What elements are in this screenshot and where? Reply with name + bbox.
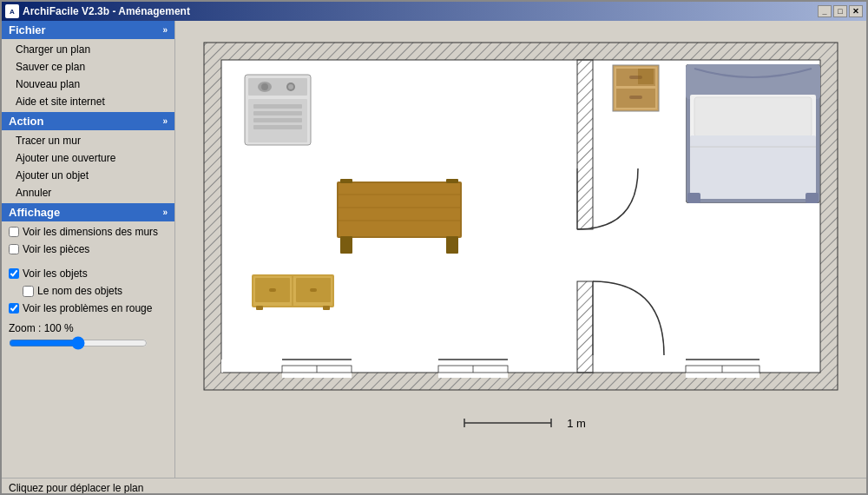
scale-line: 1 m	[456, 414, 586, 432]
svg-rect-51	[323, 306, 330, 310]
affichage-header[interactable]: Affichage »	[2, 203, 174, 221]
checkbox-nom-objets-label: Le nom des objets	[37, 285, 122, 297]
maximize-button[interactable]: □	[833, 5, 847, 17]
sidebar: Fichier » Charger un plan Sauver ce plan…	[2, 21, 175, 478]
title-bar: A ArchiFacile V2.3b - Aménagement _ □ ✕	[2, 2, 866, 21]
checkbox-problemes-label: Voir les problèmes en rouge	[23, 302, 152, 314]
window-controls[interactable]: _ □ ✕	[818, 5, 863, 17]
app-icon: A	[5, 4, 19, 18]
svg-rect-60	[686, 64, 820, 99]
scale-svg	[456, 414, 560, 432]
svg-rect-24	[248, 78, 307, 96]
dining-table-object[interactable]	[330, 177, 469, 258]
svg-rect-66	[806, 193, 819, 203]
checkbox-objets[interactable]: Voir les objets	[2, 265, 174, 282]
svg-rect-4	[577, 281, 593, 373]
svg-rect-39	[340, 236, 352, 254]
checkbox-dimensions-label: Voir les dimensions des murs	[23, 226, 158, 238]
checkbox-objets-label: Voir les objets	[23, 267, 88, 280]
fichier-items: Charger un plan Sauver ce plan Nouveau p…	[2, 39, 174, 112]
menu-nouveau-plan[interactable]: Nouveau plan	[2, 76, 174, 93]
svg-rect-49	[310, 288, 317, 292]
checkbox-objets-input[interactable]	[9, 268, 19, 279]
checkbox-problemes-input[interactable]	[9, 303, 19, 314]
dishwasher-object[interactable]	[243, 73, 312, 149]
menu-annuler[interactable]: Annuler	[2, 184, 174, 201]
svg-rect-48	[269, 288, 276, 292]
svg-rect-57	[629, 96, 642, 99]
svg-point-33	[261, 83, 268, 90]
fichier-chevron: »	[162, 25, 168, 35]
checkbox-dimensions[interactable]: Voir les dimensions des murs	[2, 223, 174, 241]
zoom-slider[interactable]	[9, 336, 148, 350]
svg-rect-28	[253, 104, 302, 109]
zoom-section: Zoom : 100 %	[2, 319, 174, 356]
affichage-label: Affichage	[9, 206, 60, 219]
affichage-items: Voir les dimensions des murs Voir les pi…	[2, 221, 174, 319]
action-label: Action	[9, 115, 43, 128]
svg-rect-3	[577, 60, 593, 229]
zoom-label: Zoom : 100 %	[9, 322, 168, 334]
menu-aide[interactable]: Aide et site internet	[2, 93, 174, 110]
status-text: Cliquez pour déplacer le plan	[9, 482, 143, 494]
checkbox-pieces-label: Voir les pièces	[23, 243, 89, 255]
menu-ajouter-objet[interactable]: Ajouter un objet	[2, 167, 174, 184]
checkbox-problemes[interactable]: Voir les problèmes en rouge	[2, 300, 174, 317]
svg-rect-30	[253, 118, 302, 122]
action-chevron: »	[162, 116, 168, 126]
close-button[interactable]: ✕	[849, 5, 863, 17]
checkbox-nom-objets[interactable]: Le nom des objets	[2, 282, 174, 300]
app-title: ArchiFacile V2.3b - Aménagement	[23, 5, 190, 17]
svg-rect-40	[446, 236, 458, 254]
menu-charger-plan[interactable]: Charger un plan	[2, 41, 174, 58]
svg-rect-21	[686, 366, 760, 373]
tv-stand-object[interactable]	[252, 273, 334, 314]
nightstand-object[interactable]	[612, 64, 660, 115]
svg-rect-50	[256, 306, 263, 310]
svg-rect-35	[339, 183, 460, 236]
fichier-header[interactable]: Fichier »	[2, 21, 174, 39]
status-bar: Cliquez pour déplacer le plan	[2, 478, 866, 495]
affichage-chevron: »	[162, 208, 168, 217]
svg-rect-62	[694, 97, 812, 136]
checkbox-pieces-input[interactable]	[9, 244, 19, 254]
svg-rect-42	[446, 179, 458, 183]
svg-rect-31	[253, 125, 302, 129]
fichier-label: Fichier	[9, 23, 46, 36]
menu-ajouter-ouverture[interactable]: Ajouter une ouverture	[2, 149, 174, 167]
svg-rect-41	[340, 179, 352, 183]
menu-tracer-mur[interactable]: Tracer un mur	[2, 132, 174, 149]
checkbox-dimensions-input[interactable]	[9, 227, 19, 237]
canvas-area[interactable]: 1 m	[175, 21, 866, 478]
menu-sauver-plan[interactable]: Sauver ce plan	[2, 58, 174, 76]
scale-bar: 1 m	[456, 414, 586, 432]
action-header[interactable]: Action »	[2, 112, 174, 130]
main-layout: Fichier » Charger un plan Sauver ce plan…	[2, 21, 866, 478]
svg-rect-65	[687, 193, 700, 203]
scale-label: 1 m	[567, 417, 586, 430]
svg-rect-7	[221, 360, 223, 373]
action-items: Tracer un mur Ajouter une ouverture Ajou…	[2, 130, 174, 203]
checkbox-pieces[interactable]: Voir les pièces	[2, 241, 174, 258]
checkbox-nom-objets-input[interactable]	[23, 286, 34, 297]
minimize-button[interactable]: _	[818, 5, 832, 17]
svg-rect-63	[690, 135, 816, 199]
svg-rect-29	[253, 111, 302, 116]
bed-object[interactable]	[686, 64, 820, 206]
floor-plan[interactable]	[195, 34, 846, 407]
svg-rect-58	[638, 69, 654, 84]
svg-point-27	[288, 84, 293, 89]
